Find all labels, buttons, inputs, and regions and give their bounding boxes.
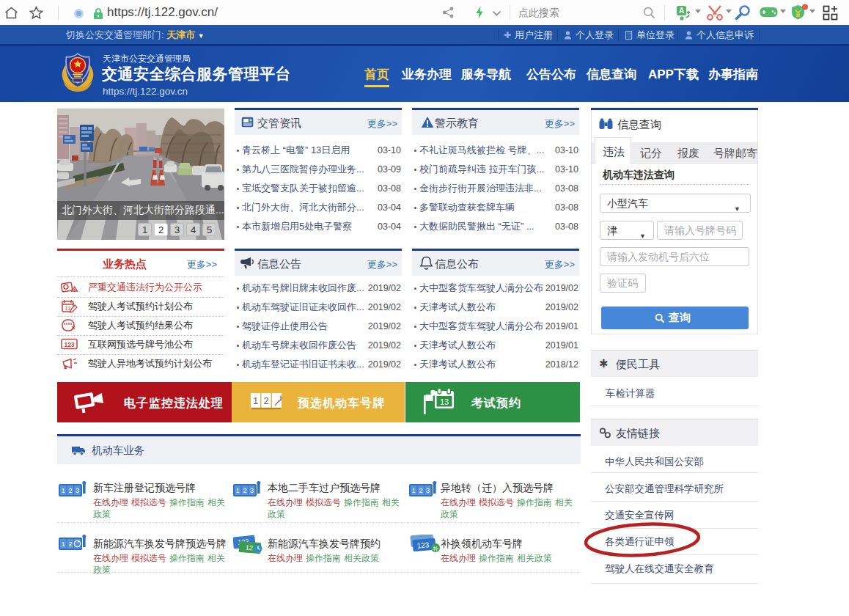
svg-text:1: 1 bbox=[253, 395, 258, 406]
svg-text:1: 1 bbox=[62, 540, 65, 548]
svg-text:2: 2 bbox=[263, 395, 268, 406]
svg-text:1: 1 bbox=[412, 487, 416, 494]
svg-text:13: 13 bbox=[65, 306, 71, 311]
svg-text:3: 3 bbox=[250, 487, 254, 494]
svg-text:12: 12 bbox=[246, 544, 254, 552]
svg-text:1: 1 bbox=[62, 487, 65, 494]
svg-text:2: 2 bbox=[419, 487, 422, 494]
svg-text:2: 2 bbox=[243, 487, 246, 494]
svg-text:补: 补 bbox=[433, 546, 438, 552]
svg-text:13: 13 bbox=[440, 397, 449, 406]
svg-text:3: 3 bbox=[426, 487, 430, 494]
svg-text:3: 3 bbox=[76, 487, 79, 494]
svg-text:123: 123 bbox=[64, 341, 74, 348]
svg-text:2: 2 bbox=[68, 540, 72, 548]
svg-text:123: 123 bbox=[416, 540, 430, 549]
svg-text:2: 2 bbox=[68, 487, 72, 494]
svg-text:A: A bbox=[679, 7, 684, 15]
svg-text:1: 1 bbox=[236, 487, 240, 494]
